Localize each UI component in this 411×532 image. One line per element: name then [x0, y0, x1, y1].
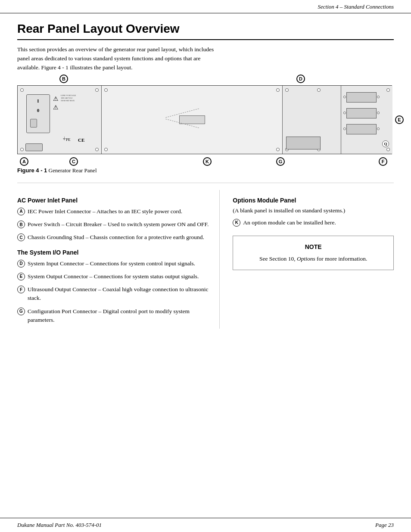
circle-g: G	[17, 308, 25, 315]
item-b-text: Power Switch – Circuit Breaker – Used to…	[28, 220, 209, 229]
circle-b: B	[17, 221, 25, 228]
panel-right-section: Q	[283, 86, 392, 154]
section-label: Section 4 – Standard Connections	[318, 3, 394, 10]
label-c-bubble: C	[69, 157, 78, 166]
ce-mark: CE	[78, 137, 84, 143]
sio-panel-heading: The System I/O Panel	[17, 249, 211, 256]
item-k-text: An option module can be installed here.	[243, 218, 336, 227]
item-e-text: System Output Connector – Connections fo…	[28, 272, 199, 281]
circle-e: E	[17, 273, 25, 280]
panel-left-section: I 0 ⚠ ⚠ LINE VOLTAGE100-240 VAC50/60 HZ …	[18, 86, 102, 154]
iec-connector-diagram	[25, 143, 43, 151]
options-sub-panel: Q	[341, 86, 392, 154]
item-d: D System Input Connector – Connections f…	[17, 259, 211, 268]
note-title: NOTE	[242, 242, 385, 252]
circle-a: A	[17, 208, 25, 215]
corner-circle-tl	[20, 88, 24, 92]
corner-circle-tr-left	[95, 88, 99, 92]
label-k-bubble: K	[203, 157, 212, 166]
right-circle-tl	[285, 88, 289, 92]
page-header: Section 4 – Standard Connections	[0, 0, 411, 13]
conn-d-circle	[343, 96, 346, 98]
item-g-text: Configuration Port Connector – Digital c…	[28, 307, 211, 325]
two-column-layout: AC Power Inlet Panel A IEC Power Inlet C…	[17, 190, 394, 329]
options-intro: (A blank panel is installed on standard …	[233, 207, 394, 214]
figure-caption: Figure 4 ‑ 1 Generator Rear Panel	[17, 167, 394, 174]
item-c: C Chassis Grounding Stud – Chassis conne…	[17, 233, 211, 242]
voltage-label: LINE VOLTAGE100-240 VAC50/60 HZ MAX	[61, 94, 87, 102]
item-e: E System Output Connector – Connections …	[17, 272, 211, 281]
conn-e-circle-r	[377, 112, 380, 114]
q-circle: Q	[382, 140, 389, 147]
content-divider	[17, 183, 394, 183]
mid-circle-tr	[276, 88, 280, 92]
figure-caption-bold: Figure 4 ‑ 1	[17, 167, 47, 174]
label-a-bubble: A	[20, 157, 28, 166]
mid-circle-bl	[104, 148, 108, 151]
circle-d: D	[17, 260, 25, 268]
figure-container: B D I 0	[17, 85, 394, 174]
item-f-text: Ultrasound Output Connector – Coaxial hi…	[28, 285, 211, 303]
connector-d	[346, 92, 377, 103]
panel-diagram: I 0 ⚠ ⚠ LINE VOLTAGE100-240 VAC50/60 HZ …	[17, 85, 392, 154]
mid-circle-tl	[104, 88, 108, 92]
label-b-bubble: B	[59, 75, 68, 83]
power-switch-diagram: I 0	[26, 94, 50, 133]
right-column: Options Module Panel (A blank panel is i…	[220, 190, 394, 329]
center-element	[179, 115, 205, 124]
label-g-bubble: G	[276, 157, 285, 166]
conn-f-circle	[343, 128, 346, 130]
ac-panel-heading: AC Power Inlet Panel	[17, 197, 211, 204]
page-title: Rear Panel Layout Overview	[17, 22, 394, 40]
figure-caption-text: Generator Rear Panel	[47, 167, 97, 174]
item-a-text: IEC Power Inlet Connector – Attaches to …	[28, 207, 182, 216]
circle-k: K	[233, 219, 240, 227]
conn-e-circle	[343, 112, 346, 114]
label-e-bubble: E	[395, 115, 404, 124]
circle-c: C	[17, 233, 25, 241]
page-content: Rear Panel Layout Overview This section …	[0, 13, 411, 355]
note-box: NOTE See Section 10, Options for more in…	[233, 236, 394, 270]
connector-f	[346, 124, 377, 134]
note-text: See Section 10, Options for more informa…	[242, 254, 385, 264]
left-column: AC Power Inlet Panel A IEC Power Inlet C…	[17, 190, 220, 329]
note-italic: Options	[297, 255, 315, 262]
item-b: B Power Switch – Circuit Breaker – Used …	[17, 220, 211, 229]
circle-f: F	[17, 286, 25, 293]
page-footer: Dukane Manual Part No. 403-574-01 Page 2…	[0, 518, 411, 532]
conn-f-circle-r	[377, 128, 380, 130]
corner-circle-br-left	[95, 148, 99, 151]
panel-middle-section	[102, 86, 283, 154]
item-c-text: Chassis Grounding Stud – Chassis connect…	[28, 233, 204, 242]
warning-triangle-1: ⚠	[53, 95, 59, 103]
ultrasound-connector	[286, 137, 321, 149]
manual-label: Dukane Manual Part No. 403-574-01	[17, 522, 102, 529]
page-number: Page 23	[375, 522, 394, 529]
item-k: K An option module can be installed here…	[233, 218, 394, 227]
label-d-bubble: D	[296, 75, 305, 83]
panel-diagram-wrapper: B D I 0	[17, 85, 394, 154]
label-f-bubble: F	[379, 157, 387, 166]
switch-button	[30, 119, 37, 128]
item-g: G Configuration Port Connector – Digital…	[17, 307, 211, 325]
right-circle-tm	[317, 88, 321, 92]
item-f: F Ultrasound Output Connector – Coaxial …	[17, 285, 211, 303]
warning-triangle-2: ⚠	[53, 104, 59, 111]
item-d-text: System Input Connector – Connections for…	[28, 259, 195, 268]
intro-paragraph: This section provides an overview of the…	[17, 45, 220, 72]
ground-symbol: ⏚PE	[63, 135, 71, 142]
conn-d-circle-r	[377, 96, 380, 98]
connector-e	[346, 108, 377, 118]
mid-circle-br	[276, 148, 280, 151]
corner-circle-bl	[20, 148, 24, 151]
options-panel-heading: Options Module Panel	[233, 197, 394, 204]
item-a: A IEC Power Inlet Connector – Attaches t…	[17, 207, 211, 216]
